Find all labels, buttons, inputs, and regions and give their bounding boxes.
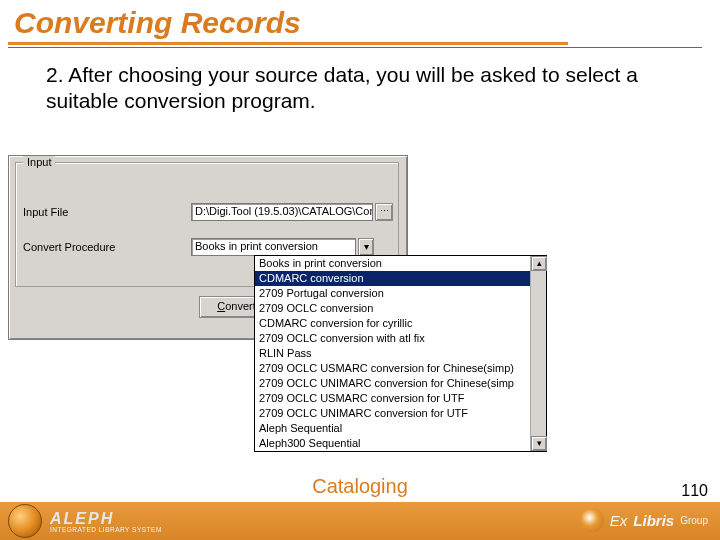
convert-procedure-field[interactable]: Books in print conversion — [191, 238, 356, 256]
dropdown-option[interactable]: RLIN Pass — [255, 346, 546, 361]
convert-button-rest: onvert — [225, 300, 256, 312]
dropdown-option[interactable]: 2709 OCLC conversion — [255, 301, 546, 316]
convert-procedure-dropdown-button[interactable] — [358, 238, 374, 256]
slide-body-text: 2. After choosing your source data, you … — [0, 48, 720, 115]
aleph-tagline: INTEGRATED LIBRARY SYSTEM — [50, 526, 162, 533]
page-number: 110 — [681, 482, 708, 500]
convert-procedure-label: Convert Procedure — [23, 241, 115, 253]
scroll-down-button[interactable]: ▾ — [531, 436, 547, 451]
dropdown-option[interactable]: 2709 OCLC USMARC conversion for Chinese(… — [255, 361, 546, 376]
input-group-label: Input — [23, 156, 55, 168]
exlibris-logo-icon — [580, 508, 604, 532]
scroll-up-button[interactable]: ▴ — [531, 256, 547, 271]
dropdown-option[interactable]: Aleph Sequential — [255, 421, 546, 436]
dropdown-option[interactable]: Aleph300 Sequential — [255, 436, 546, 451]
convert-procedure-dropdown-list[interactable]: ▴ ▾ Books in print conversionCDMARC conv… — [254, 255, 547, 452]
aleph-logo-icon — [8, 504, 42, 538]
dropdown-option[interactable]: CDMARC conversion — [255, 271, 546, 286]
dropdown-scrollbar[interactable]: ▴ ▾ — [530, 256, 546, 451]
brand-aleph: ALEPH INTEGRATED LIBRARY SYSTEM — [8, 504, 162, 538]
input-file-field[interactable]: D:\Digi.Tool (19.5.03)\CATALOG\Convert\I… — [191, 203, 373, 221]
exlibris-group: Group — [680, 515, 708, 526]
browse-button[interactable]: ⋯ — [375, 203, 393, 221]
slide-title: Converting Records — [0, 0, 720, 42]
brand-exlibris: Ex Libris Group — [580, 508, 708, 532]
dropdown-option[interactable]: 2709 OCLC UNIMARC conversion for Chinese… — [255, 376, 546, 391]
dropdown-option[interactable]: CDMARC conversion for cyrillic — [255, 316, 546, 331]
title-underline-thick — [8, 42, 568, 45]
dropdown-option[interactable]: Books in print conversion — [255, 256, 546, 271]
dropdown-option[interactable]: 2709 OCLC UNIMARC conversion for UTF — [255, 406, 546, 421]
dropdown-option[interactable]: 2709 OCLC USMARC conversion for UTF — [255, 391, 546, 406]
exlibris-libris: Libris — [633, 512, 674, 529]
dropdown-option[interactable]: 2709 Portugal conversion — [255, 286, 546, 301]
dropdown-option[interactable]: 2709 OCLC conversion with atl fix — [255, 331, 546, 346]
input-file-label: Input File — [23, 206, 68, 218]
footer-section-title: Cataloging — [0, 475, 720, 498]
convert-button-mnemonic: C — [217, 300, 225, 312]
exlibris-ex: Ex — [610, 512, 628, 529]
menu-icon: ⋯ — [380, 206, 389, 216]
dialog-screenshot-area: Input Input File D:\Digi.Tool (19.5.03)\… — [8, 155, 712, 475]
slide-footer: Cataloging 110 ALEPH INTEGRATED LIBRARY … — [0, 490, 720, 540]
